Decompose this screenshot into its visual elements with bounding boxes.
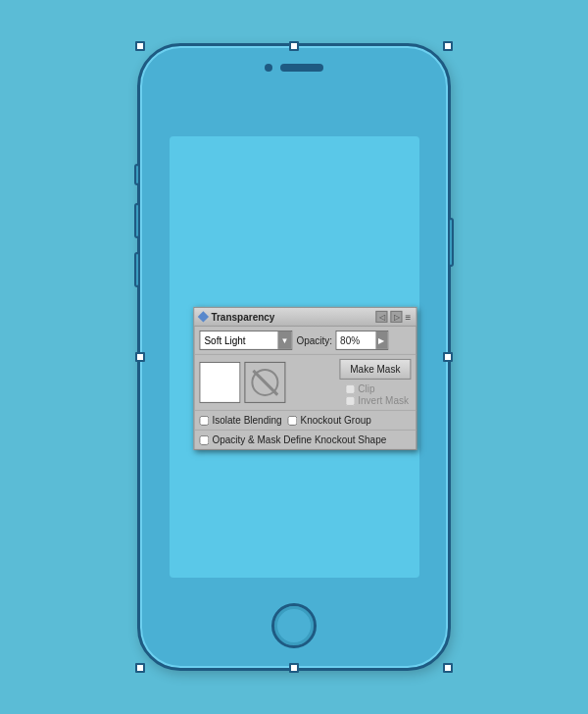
knockout-group-label: Knockout Group: [301, 415, 371, 426]
speaker-bar: [280, 64, 323, 72]
blend-mode-arrow[interactable]: ▼: [277, 332, 291, 349]
clip-option[interactable]: Clip: [345, 383, 409, 394]
handle-bm[interactable]: [289, 663, 299, 673]
isolate-blending-checkbox[interactable]: [199, 415, 209, 425]
thumbnail-white[interactable]: [199, 362, 240, 403]
panel-title: Transparency: [211, 311, 274, 322]
phone-screen: Transparency ◁ ▷ ≡ Soft Light ▼ Opacity:: [170, 136, 419, 578]
panel-titlebar[interactable]: Transparency ◁ ▷ ≡: [194, 308, 416, 327]
silent-switch[interactable]: [134, 164, 140, 185]
opacity-mask-row: Opacity & Mask Define Knockout Shape: [194, 431, 416, 449]
isolate-blending-label: Isolate Blending: [212, 415, 281, 426]
opacity-mask-checkbox[interactable]: [199, 434, 209, 444]
clip-label: Clip: [358, 383, 374, 394]
power-button[interactable]: [448, 218, 454, 267]
thumbnail-mask[interactable]: [244, 362, 285, 403]
handle-mr[interactable]: [443, 352, 453, 362]
invert-mask-checkbox[interactable]: [345, 395, 355, 405]
opacity-mask-option[interactable]: Opacity & Mask Define Knockout Shape: [199, 434, 386, 445]
volume-down-button[interactable]: [134, 252, 140, 287]
blend-opacity-row: Soft Light ▼ Opacity: 80% ▶: [194, 327, 416, 355]
opacity-arrow[interactable]: ▶: [375, 332, 387, 349]
handle-bl[interactable]: [135, 663, 145, 673]
opacity-mask-label: Opacity & Mask Define Knockout Shape: [212, 434, 386, 445]
panel-menu-icon[interactable]: ≡: [406, 311, 412, 322]
no-icon: [251, 369, 278, 396]
home-button[interactable]: [271, 603, 317, 648]
phone-body: Transparency ◁ ▷ ≡ Soft Light ▼ Opacity:: [137, 43, 451, 671]
camera-dot: [265, 64, 272, 72]
opacity-row: Opacity: 80% ▶: [296, 331, 388, 350]
isolate-blending-option[interactable]: Isolate Blending: [199, 415, 281, 426]
thumbnails-row: Make Mask Clip Invert Mask: [194, 355, 416, 411]
thumbnails: [199, 362, 285, 403]
collapse-right-btn[interactable]: ▷: [391, 311, 403, 323]
invert-mask-label: Invert Mask: [358, 395, 409, 406]
knockout-group-option[interactable]: Knockout Group: [288, 415, 371, 426]
handle-tm[interactable]: [289, 41, 299, 51]
isolate-knockout-row: Isolate Blending Knockout Group: [194, 411, 416, 431]
panel-controls-right: ◁ ▷ ≡: [376, 311, 412, 323]
invert-mask-option[interactable]: Invert Mask: [345, 395, 409, 406]
diamond-icon: [198, 311, 209, 322]
panel-title-left: Transparency: [199, 311, 274, 322]
make-mask-button[interactable]: Make Mask: [339, 359, 411, 380]
blend-mode-value: Soft Light: [204, 334, 245, 345]
clip-checkbox[interactable]: [345, 383, 355, 393]
clip-options: Clip Invert Mask: [345, 383, 409, 406]
collapse-left-btn[interactable]: ◁: [376, 311, 388, 323]
handle-tl[interactable]: [135, 41, 145, 51]
transparency-panel: Transparency ◁ ▷ ≡ Soft Light ▼ Opacity:: [193, 307, 416, 450]
knockout-group-checkbox[interactable]: [288, 415, 298, 425]
handle-tr[interactable]: [443, 41, 453, 51]
opacity-field[interactable]: 80% ▶: [335, 331, 388, 350]
handle-ml[interactable]: [135, 352, 145, 362]
opacity-value: 80%: [340, 334, 360, 345]
handle-br[interactable]: [443, 663, 453, 673]
phone-top-bar: [265, 64, 323, 72]
opacity-label: Opacity:: [296, 334, 332, 345]
blend-mode-select[interactable]: Soft Light ▼: [199, 331, 292, 350]
volume-up-button[interactable]: [134, 203, 140, 238]
